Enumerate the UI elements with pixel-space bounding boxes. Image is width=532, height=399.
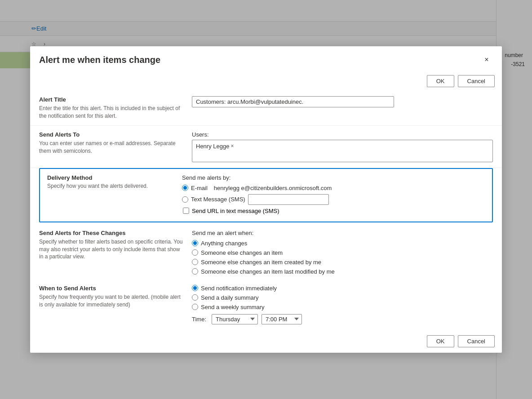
send-daily-row: Send a daily summary bbox=[192, 294, 493, 301]
sms-radio-row: Text Message (SMS) bbox=[182, 194, 485, 205]
email-radio[interactable] bbox=[182, 185, 188, 191]
cancel-button[interactable]: Cancel bbox=[458, 75, 495, 87]
dialog-overlay: Alert me when items change × OK Cancel A… bbox=[0, 0, 532, 399]
modified-by-me-row: Someone else changes an item last modifi… bbox=[192, 268, 493, 275]
anything-changes-row: Anything changes bbox=[192, 240, 493, 247]
user-tag: Henry Legge × bbox=[196, 143, 234, 150]
created-by-me-label: Someone else changes an item created by … bbox=[201, 259, 321, 266]
alert-title-label-col: Alert Title Enter the title for this ale… bbox=[39, 96, 192, 120]
send-alerts-to-heading: Send Alerts To bbox=[39, 131, 183, 138]
send-weekly-label: Send a weekly summary bbox=[201, 304, 265, 310]
changes-section-title: Send Alerts for These Changes bbox=[39, 230, 183, 236]
send-immediately-label: Send notification immediately bbox=[201, 285, 277, 292]
when-to-send-label-col: When to Send Alerts Specify how frequent… bbox=[39, 285, 192, 324]
user-tag-remove[interactable]: × bbox=[231, 143, 234, 149]
send-weekly-radio[interactable] bbox=[192, 304, 198, 310]
dialog-header: Alert me when items change × bbox=[30, 46, 502, 71]
alert-dialog: Alert me when items change × OK Cancel A… bbox=[30, 46, 502, 353]
time-select[interactable]: 12:00 AM 1:00 PM 2:00 PM 3:00 PM 4:00 PM… bbox=[262, 314, 302, 324]
send-alerts-changes-label-col: Send Alerts for These Changes Specify wh… bbox=[39, 230, 192, 278]
send-alerts-to-label-col: Send Alerts To You can enter user names … bbox=[39, 131, 192, 162]
when-to-send-desc: Specify how frequently you want to be al… bbox=[39, 293, 183, 309]
dialog-close-button[interactable]: × bbox=[480, 53, 493, 66]
alert-title-input[interactable] bbox=[192, 96, 394, 107]
send-weekly-row: Send a weekly summary bbox=[192, 304, 493, 310]
dialog-title: Alert me when items change bbox=[39, 55, 160, 65]
when-to-send-title: When to Send Alerts bbox=[39, 285, 183, 292]
day-select[interactable]: Sunday Monday Tuesday Wednesday Thursday… bbox=[212, 314, 258, 324]
created-by-me-row: Someone else changes an item created by … bbox=[192, 259, 493, 266]
time-row: Time: Sunday Monday Tuesday Wednesday Th… bbox=[192, 314, 493, 324]
changes-section-content: Send me an alert when: Anything changes … bbox=[192, 230, 493, 278]
alert-title-desc: Enter the title for this alert. This is … bbox=[39, 105, 183, 120]
delivery-method-section: Delivery Method Specify how you want the… bbox=[39, 168, 493, 222]
dialog-body[interactable]: OK Cancel Alert Title Enter the title fo… bbox=[30, 71, 502, 353]
email-address-display: henrylegg e@citizenbuilders.onmicrosoft.… bbox=[214, 185, 332, 191]
sms-radio-label: Text Message (SMS) bbox=[191, 196, 245, 203]
someone-changes-label: Someone else changes an item bbox=[201, 249, 283, 256]
send-alerts-to-section: Send Alerts To You can enter user names … bbox=[30, 126, 502, 168]
anything-changes-radio[interactable] bbox=[192, 240, 198, 246]
bottom-button-row: OK Cancel bbox=[30, 332, 502, 353]
email-radio-row: E-mail henrylegg e@citizenbuilders.onmic… bbox=[182, 185, 485, 191]
sms-input[interactable] bbox=[248, 194, 329, 205]
send-alerts-to-desc: You can enter user names or e-mail addre… bbox=[39, 140, 183, 155]
bottom-cancel-button[interactable]: Cancel bbox=[458, 335, 495, 347]
modified-by-me-radio[interactable] bbox=[192, 268, 198, 275]
send-immediately-row: Send notification immediately bbox=[192, 285, 493, 292]
ok-button[interactable]: OK bbox=[427, 75, 454, 87]
delivery-method-title: Delivery Method bbox=[47, 174, 173, 181]
send-url-label: Send URL in text message (SMS) bbox=[192, 208, 279, 214]
someone-changes-radio[interactable] bbox=[192, 249, 198, 256]
alert-title-content bbox=[192, 96, 493, 120]
delivery-method-desc: Specify how you want the alerts delivere… bbox=[47, 183, 173, 189]
users-label: Users: bbox=[192, 131, 493, 138]
alert-title-section: Alert Title Enter the title for this ale… bbox=[30, 91, 502, 126]
changes-section-desc: Specify whether to filter alerts based o… bbox=[39, 238, 183, 261]
page-background: ✏ Edit ☆ › number -3521 Alert me when it… bbox=[0, 0, 532, 399]
delivery-method-label-col: Delivery Method Specify how you want the… bbox=[47, 174, 182, 216]
anything-changes-label: Anything changes bbox=[201, 240, 247, 247]
send-daily-label: Send a daily summary bbox=[201, 294, 259, 301]
send-url-checkbox-row: Send URL in text message (SMS) bbox=[183, 208, 485, 214]
send-alerts-changes-section: Send Alerts for These Changes Specify wh… bbox=[30, 222, 502, 285]
when-to-send-content: Send notification immediately Send a dai… bbox=[192, 285, 493, 324]
send-alert-when-label: Send me an alert when: bbox=[192, 230, 493, 236]
send-url-checkbox[interactable] bbox=[183, 208, 189, 214]
modified-by-me-label: Someone else changes an item last modifi… bbox=[201, 268, 335, 275]
email-radio-label: E-mail bbox=[191, 185, 208, 191]
send-alerts-by-label: Send me alerts by: bbox=[182, 174, 485, 181]
send-immediately-radio[interactable] bbox=[192, 285, 198, 291]
sms-radio[interactable] bbox=[182, 196, 188, 203]
time-label: Time: bbox=[192, 316, 206, 323]
user-tag-name: Henry Legge bbox=[196, 143, 229, 150]
send-daily-radio[interactable] bbox=[192, 294, 198, 301]
top-button-row: OK Cancel bbox=[30, 71, 502, 91]
someone-changes-row: Someone else changes an item bbox=[192, 249, 493, 256]
send-alerts-to-content: Users: Henry Legge × bbox=[192, 131, 493, 162]
users-field[interactable]: Henry Legge × bbox=[192, 140, 493, 162]
bottom-ok-button[interactable]: OK bbox=[427, 335, 454, 347]
when-to-send-section: When to Send Alerts Specify how frequent… bbox=[30, 285, 502, 332]
delivery-method-content: Send me alerts by: E-mail henrylegg e@ci… bbox=[182, 174, 485, 216]
created-by-me-radio[interactable] bbox=[192, 259, 198, 265]
alert-title-heading: Alert Title bbox=[39, 96, 183, 103]
